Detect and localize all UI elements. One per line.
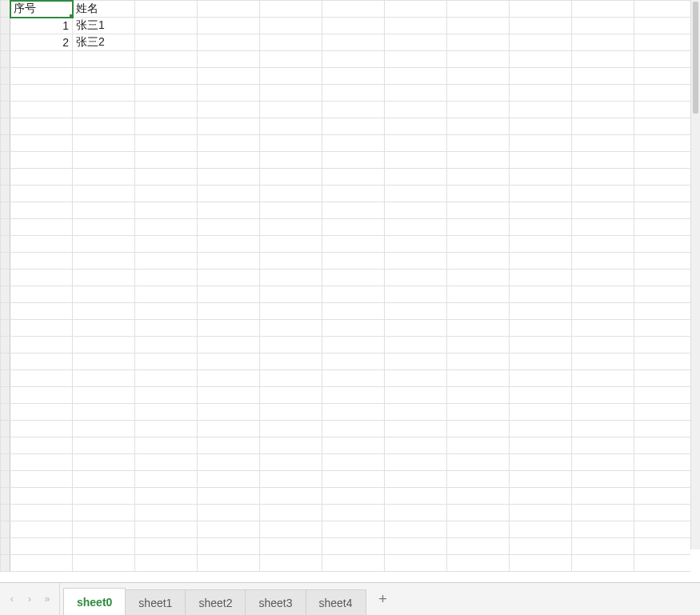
cell[interactable]	[135, 118, 198, 135]
sheet-tab-sheet0[interactable]: sheet0	[63, 588, 126, 615]
cell[interactable]	[260, 68, 322, 85]
cell[interactable]	[322, 1, 385, 18]
cell[interactable]	[385, 404, 447, 421]
cell[interactable]	[260, 555, 322, 572]
cell[interactable]	[572, 521, 634, 538]
cell[interactable]	[73, 353, 135, 370]
cell[interactable]	[447, 135, 510, 152]
cell[interactable]	[510, 202, 572, 219]
cell[interactable]	[572, 320, 634, 337]
cell[interactable]	[10, 186, 73, 202]
cell[interactable]	[10, 488, 73, 505]
cell[interactable]	[260, 521, 322, 538]
cell[interactable]	[322, 102, 385, 118]
cell[interactable]	[198, 152, 260, 169]
cell[interactable]	[510, 387, 572, 404]
cell[interactable]	[572, 303, 634, 320]
cell[interactable]	[322, 404, 385, 421]
cell[interactable]	[198, 169, 260, 186]
cell[interactable]	[10, 219, 73, 236]
cell[interactable]	[73, 370, 135, 387]
cell[interactable]	[10, 253, 73, 270]
cell[interactable]	[73, 118, 135, 135]
cell[interactable]	[135, 202, 198, 219]
cell[interactable]	[510, 102, 572, 118]
row-header[interactable]	[1, 488, 10, 505]
cell[interactable]	[135, 286, 198, 303]
cell[interactable]	[634, 320, 691, 337]
cell[interactable]	[572, 236, 634, 253]
cell[interactable]	[572, 270, 634, 286]
cell[interactable]	[447, 1, 510, 18]
cell[interactable]	[510, 253, 572, 270]
cell[interactable]	[260, 152, 322, 169]
cell[interactable]	[510, 34, 572, 51]
cell[interactable]	[260, 1, 322, 18]
cell[interactable]	[10, 102, 73, 118]
cell[interactable]	[322, 521, 385, 538]
cell[interactable]	[634, 353, 691, 370]
cell[interactable]	[198, 34, 260, 51]
cell[interactable]	[447, 219, 510, 236]
cell[interactable]	[198, 18, 260, 34]
cell[interactable]	[447, 202, 510, 219]
cell[interactable]	[634, 303, 691, 320]
cell[interactable]	[447, 521, 510, 538]
cell[interactable]	[634, 538, 691, 555]
row-header[interactable]	[1, 85, 10, 102]
cell[interactable]	[322, 286, 385, 303]
cell[interactable]	[260, 454, 322, 471]
cell[interactable]: 1	[10, 18, 73, 34]
cell[interactable]	[510, 303, 572, 320]
cell[interactable]	[634, 555, 691, 572]
cell[interactable]	[198, 85, 260, 102]
row-header[interactable]	[1, 219, 10, 236]
tab-nav-prev[interactable]: ‹	[5, 591, 19, 607]
cell[interactable]	[447, 320, 510, 337]
cell[interactable]	[634, 370, 691, 387]
cell[interactable]	[198, 404, 260, 421]
cell[interactable]	[385, 135, 447, 152]
cell[interactable]	[135, 236, 198, 253]
cell[interactable]	[447, 454, 510, 471]
cell[interactable]	[385, 219, 447, 236]
cell[interactable]	[135, 320, 198, 337]
cell[interactable]	[572, 202, 634, 219]
cell[interactable]	[447, 152, 510, 169]
cell[interactable]	[634, 421, 691, 437]
cell[interactable]	[198, 202, 260, 219]
cell[interactable]	[634, 135, 691, 152]
cell[interactable]	[510, 454, 572, 471]
cell[interactable]	[447, 18, 510, 34]
cell[interactable]	[198, 102, 260, 118]
cell[interactable]	[135, 471, 198, 488]
cell[interactable]	[73, 437, 135, 454]
cell[interactable]	[73, 404, 135, 421]
cell[interactable]	[634, 337, 691, 353]
cell[interactable]	[198, 387, 260, 404]
cell[interactable]	[322, 202, 385, 219]
cell[interactable]	[135, 421, 198, 437]
cell[interactable]	[447, 387, 510, 404]
row-header[interactable]	[1, 118, 10, 135]
cell[interactable]	[260, 471, 322, 488]
cell[interactable]	[322, 353, 385, 370]
row-header[interactable]	[1, 68, 10, 85]
cell[interactable]	[10, 68, 73, 85]
cell[interactable]	[73, 219, 135, 236]
cell[interactable]	[260, 353, 322, 370]
cell[interactable]	[73, 202, 135, 219]
cell[interactable]	[510, 286, 572, 303]
cell[interactable]	[572, 538, 634, 555]
cell[interactable]	[572, 85, 634, 102]
cell[interactable]	[73, 152, 135, 169]
cell[interactable]	[73, 387, 135, 404]
cell[interactable]	[634, 34, 691, 51]
cell[interactable]	[198, 51, 260, 68]
cell[interactable]	[10, 270, 73, 286]
cell[interactable]	[322, 387, 385, 404]
row-header[interactable]	[1, 270, 10, 286]
cell[interactable]	[260, 18, 322, 34]
cell[interactable]	[634, 286, 691, 303]
cell[interactable]	[447, 337, 510, 353]
